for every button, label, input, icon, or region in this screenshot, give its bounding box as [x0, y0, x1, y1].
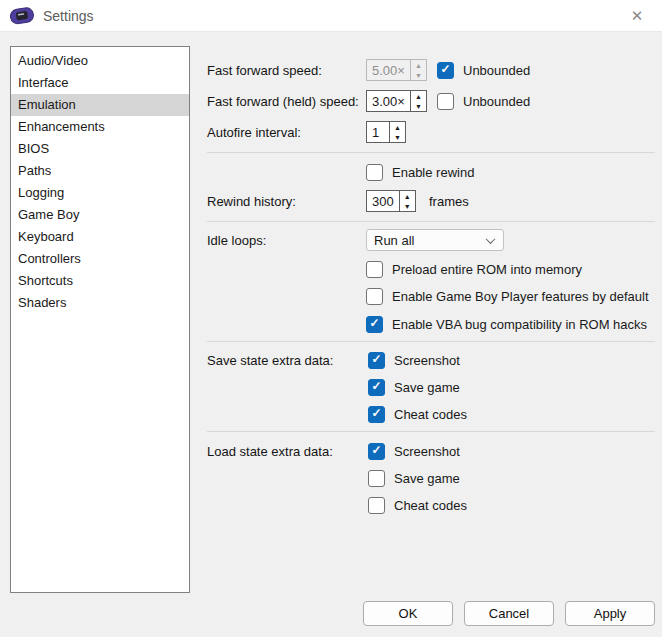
- vba-bug-compat-checkbox[interactable]: ✓ Enable VBA bug compatibility in ROM ha…: [366, 316, 647, 333]
- sidebar-item-logging[interactable]: Logging: [11, 182, 189, 204]
- enable-rewind-row: ✓ Enable rewind: [207, 161, 655, 183]
- spin-up-icon[interactable]: ▲: [400, 191, 415, 201]
- spin-down-icon[interactable]: ▼: [411, 70, 426, 80]
- save-state-extra-label: Save state extra data:: [207, 349, 333, 371]
- rewind-history-suffix: frames: [429, 190, 469, 212]
- vba-bug-compat-row: ✓ Enable VBA bug compatibility in ROM ha…: [207, 313, 655, 335]
- check-icon: ✓: [371, 407, 381, 419]
- idle-loops-dropdown[interactable]: Run all: [366, 229, 504, 251]
- separator: [207, 221, 655, 222]
- sidebar-item-emulation[interactable]: Emulation: [11, 94, 189, 116]
- fast-forward-held-speed-label: Fast forward (held) speed:: [207, 90, 359, 112]
- close-icon: ✕: [631, 7, 644, 25]
- spin-up-icon[interactable]: ▲: [411, 60, 426, 70]
- save-state-extra-row: Save state extra data: ✓ Screenshot: [207, 349, 655, 371]
- save-state-save-game-checkbox[interactable]: ✓ Save game: [368, 379, 460, 396]
- chevron-down-icon: [486, 234, 496, 244]
- save-state-cheat-codes-checkbox[interactable]: ✓ Cheat codes: [368, 406, 467, 423]
- spin-up-icon[interactable]: ▲: [390, 122, 405, 132]
- ok-button[interactable]: OK: [363, 601, 453, 626]
- fast-forward-speed-label: Fast forward speed:: [207, 59, 322, 81]
- spin-down-icon[interactable]: ▼: [390, 132, 405, 142]
- settings-dialog: Settings ✕ Audio/Video Interface Emulati…: [0, 0, 662, 637]
- sidebar-item-game-boy[interactable]: Game Boy: [11, 204, 189, 226]
- window-title: Settings: [43, 8, 94, 24]
- autofire-interval-label: Autofire interval:: [207, 121, 301, 143]
- save-state-save-game-row: ✓ Save game: [207, 376, 655, 398]
- apply-button[interactable]: Apply: [565, 601, 655, 626]
- autofire-interval-value[interactable]: 1: [367, 122, 389, 142]
- rewind-history-label: Rewind history:: [207, 190, 296, 212]
- fast-forward-unbounded-checkbox[interactable]: ✓ Unbounded: [437, 62, 530, 79]
- fast-forward-held-unbounded-checkbox[interactable]: ✓ Unbounded: [437, 93, 530, 110]
- sidebar-item-controllers[interactable]: Controllers: [11, 248, 189, 270]
- rewind-history-row: Rewind history: 300 ▲ ▼ frames: [207, 190, 655, 212]
- save-state-cheat-codes-row: ✓ Cheat codes: [207, 403, 655, 425]
- fast-forward-held-speed-value[interactable]: 3.00×: [367, 91, 410, 111]
- check-icon: ✓: [440, 63, 450, 75]
- fast-forward-speed-row: Fast forward speed: 5.00× ▲ ▼ ✓ Unbounde…: [207, 59, 655, 81]
- mgba-logo-icon: [10, 6, 34, 26]
- load-state-extra-row: Load state extra data: ✓ Screenshot: [207, 440, 655, 462]
- enable-rewind-checkbox[interactable]: ✓ Enable rewind: [366, 164, 474, 181]
- sidebar-item-bios[interactable]: BIOS: [11, 138, 189, 160]
- load-state-save-game-checkbox[interactable]: ✓ Save game: [368, 470, 460, 487]
- rewind-history-spinbox[interactable]: 300 ▲ ▼: [366, 190, 416, 212]
- separator: [207, 341, 655, 342]
- load-state-cheat-codes-checkbox[interactable]: ✓ Cheat codes: [368, 497, 467, 514]
- sidebar-item-enhancements[interactable]: Enhancements: [11, 116, 189, 138]
- idle-loops-value: Run all: [374, 233, 414, 248]
- gb-player-row: ✓ Enable Game Boy Player features by def…: [207, 285, 655, 307]
- fast-forward-held-speed-spinbox[interactable]: 3.00× ▲ ▼: [366, 90, 427, 112]
- autofire-interval-row: Autofire interval: 1 ▲ ▼: [207, 121, 655, 143]
- load-state-extra-label: Load state extra data:: [207, 440, 333, 462]
- load-state-cheat-codes-row: ✓ Cheat codes: [207, 494, 655, 516]
- load-state-screenshot-checkbox[interactable]: ✓ Screenshot: [368, 443, 460, 460]
- idle-loops-row: Idle loops: Run all: [207, 229, 655, 251]
- preload-rom-row: ✓ Preload entire ROM into memory: [207, 258, 655, 280]
- fast-forward-speed-value[interactable]: 5.00×: [367, 60, 410, 80]
- separator: [207, 431, 655, 432]
- fast-forward-held-speed-row: Fast forward (held) speed: 3.00× ▲ ▼ ✓ U…: [207, 90, 655, 112]
- check-icon: ✓: [369, 317, 379, 329]
- save-state-screenshot-checkbox[interactable]: ✓ Screenshot: [368, 352, 460, 369]
- spin-up-icon[interactable]: ▲: [411, 91, 426, 101]
- preload-rom-checkbox[interactable]: ✓ Preload entire ROM into memory: [366, 261, 582, 278]
- autofire-interval-spinbox[interactable]: 1 ▲ ▼: [366, 121, 406, 143]
- titlebar: Settings ✕: [0, 0, 662, 32]
- separator: [207, 152, 655, 153]
- check-icon: ✓: [371, 444, 381, 456]
- gb-player-checkbox[interactable]: ✓ Enable Game Boy Player features by def…: [366, 288, 649, 305]
- settings-category-list: Audio/Video Interface Emulation Enhancem…: [10, 46, 190, 593]
- spin-down-icon[interactable]: ▼: [411, 101, 426, 111]
- spin-down-icon[interactable]: ▼: [400, 201, 415, 211]
- check-icon: ✓: [371, 380, 381, 392]
- close-button[interactable]: ✕: [618, 0, 656, 31]
- sidebar-item-paths[interactable]: Paths: [11, 160, 189, 182]
- sidebar-item-shaders[interactable]: Shaders: [11, 292, 189, 314]
- idle-loops-label: Idle loops:: [207, 229, 266, 251]
- rewind-history-value[interactable]: 300: [367, 191, 399, 211]
- sidebar-item-shortcuts[interactable]: Shortcuts: [11, 270, 189, 292]
- sidebar-item-audio-video[interactable]: Audio/Video: [11, 50, 189, 72]
- check-icon: ✓: [371, 353, 381, 365]
- fast-forward-speed-spinbox[interactable]: 5.00× ▲ ▼: [366, 59, 427, 81]
- sidebar-item-keyboard[interactable]: Keyboard: [11, 226, 189, 248]
- sidebar-item-interface[interactable]: Interface: [11, 72, 189, 94]
- cancel-button[interactable]: Cancel: [464, 601, 554, 626]
- load-state-save-game-row: ✓ Save game: [207, 467, 655, 489]
- emulation-settings-form: Fast forward speed: 5.00× ▲ ▼ ✓ Unbounde…: [207, 46, 655, 576]
